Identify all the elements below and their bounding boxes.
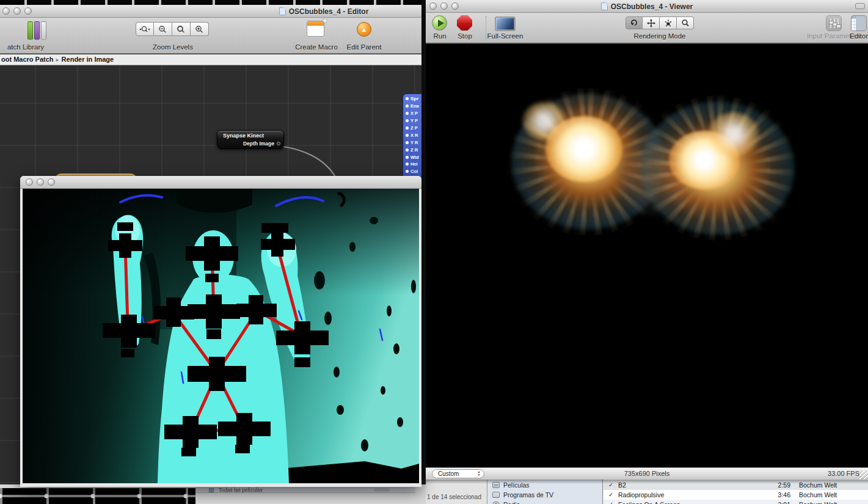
close-button[interactable] — [26, 178, 33, 186]
fps-readout: 33.00 FPS — [828, 470, 859, 477]
render-output-view — [426, 44, 868, 467]
track-row[interactable]: ✓ Feelings On A Screen 3:01 Bochum Welt — [604, 500, 868, 504]
sprite-port[interactable]: X R — [406, 131, 422, 139]
rendering-mode-control — [625, 16, 694, 29]
breadcrumb-separator: ▸ — [54, 56, 62, 63]
playlist-icon — [209, 488, 214, 492]
port-dot — [406, 134, 409, 137]
depth-image-scene — [23, 189, 419, 483]
screenshot-root: OSCbubbles_4 - Editor atch Library — [0, 0, 868, 504]
viewer-status-bar: Custom ▲▼ 735x690 Pixels 33.00 FPS — [426, 467, 868, 480]
stop-label[interactable]: Stop — [451, 32, 478, 40]
patch-library-label[interactable]: atch Library — [0, 43, 62, 51]
full-screen-icon[interactable] — [495, 16, 516, 31]
sprite-port[interactable]: Col — [406, 168, 422, 175]
track-row[interactable]: ✓ Radiopropulsive 3:46 Bochum Welt — [604, 490, 868, 500]
stop-icon[interactable] — [457, 15, 472, 31]
depth-image-port[interactable] — [277, 142, 280, 145]
port-dot — [406, 112, 409, 115]
sprite-port[interactable]: Hei — [406, 161, 422, 168]
resize-grip[interactable] — [859, 471, 868, 480]
pan-mode-button[interactable] — [643, 16, 660, 29]
breadcrumb-root[interactable]: oot Macro Patch — [1, 56, 54, 63]
viewer-toolbar: Run Stop Full-Screen — [426, 13, 868, 44]
create-macro-icon[interactable]: + — [307, 21, 324, 37]
depth-window-titlebar[interactable] — [20, 176, 421, 189]
filter-header-row[interactable]: Todas las películas — [195, 486, 415, 493]
tv-icon — [492, 492, 500, 498]
sprite-port[interactable]: Wid — [406, 153, 422, 161]
selection-status: 1 de 14 seleccionad — [377, 494, 481, 500]
zoom-out-button[interactable] — [154, 22, 172, 36]
zoom-levels-label: Zoom Levels — [136, 43, 210, 51]
sidebar-item-radio[interactable]: Radio — [487, 500, 602, 504]
filter-header-label: Todas las películas — [219, 487, 263, 494]
close-button[interactable] — [2, 7, 10, 15]
zoom-mode-button[interactable] — [677, 16, 694, 29]
particle-icon — [664, 19, 673, 27]
sprite-port[interactable]: X P — [406, 110, 422, 117]
trackball-mode-button[interactable] — [660, 16, 677, 29]
rotate-mode-button[interactable] — [625, 16, 643, 29]
zoom-actual-button[interactable] — [136, 22, 154, 36]
sprite-port[interactable]: Z R — [406, 146, 422, 153]
kinect-depth-window — [20, 176, 421, 487]
input-parameters-icon[interactable] — [826, 15, 842, 31]
magnifier-icon — [681, 19, 690, 27]
edit-parent-icon[interactable]: ▲ — [357, 22, 371, 37]
breadcrumb[interactable]: oot Macro Patch▸Render in Image — [0, 54, 422, 65]
editor-titlebar[interactable]: OSCbubbles_4 - Editor — [0, 5, 422, 18]
port-dot — [406, 97, 409, 100]
zoom-levels-control — [136, 22, 209, 36]
sprite-node-title-row: Spr — [406, 95, 422, 103]
document-icon — [279, 7, 286, 15]
checkmark-icon[interactable]: ✓ — [608, 491, 613, 498]
itunes-window-fragment: Películas Programas de TV Radio ✓ B2 2:5… — [426, 480, 868, 504]
zoom-button[interactable] — [48, 178, 55, 186]
full-screen-label[interactable]: Full-Screen — [484, 32, 526, 40]
explosion-core — [708, 112, 759, 156]
patch-library-icon[interactable] — [27, 21, 48, 40]
editor-icon[interactable] — [851, 15, 867, 31]
port-dot — [406, 163, 409, 166]
port-dot — [406, 119, 409, 122]
zoom-button[interactable] — [24, 7, 32, 15]
port-dot — [406, 126, 409, 130]
port-dot — [406, 104, 409, 108]
magnifier-plus-icon — [195, 25, 205, 34]
window-drop-shadow — [426, 480, 868, 484]
toolbar-toggle-widget[interactable] — [855, 3, 865, 9]
depth-image-port-label: Depth Image — [243, 141, 274, 147]
pixel-dimensions: 735x690 Pixels — [426, 470, 868, 477]
sprite-port[interactable]: Y R — [406, 139, 422, 146]
viewer-titlebar[interactable]: OSCbubbles_4 - Viewer — [426, 0, 868, 13]
magnifier-icon — [177, 25, 186, 34]
breadcrumb-current[interactable]: Render in Image — [62, 56, 114, 63]
create-macro-label[interactable]: Create Macro — [286, 43, 347, 51]
synapse-kinect-node[interactable]: Synapse Kinect Depth Image — [217, 130, 284, 149]
explosion-core — [522, 102, 566, 140]
zoom-fit-button[interactable] — [172, 22, 191, 36]
checkmark-icon[interactable]: ✓ — [608, 501, 613, 504]
run-label[interactable]: Run — [427, 32, 453, 40]
run-icon[interactable] — [432, 15, 447, 31]
rotate-icon — [630, 19, 638, 27]
desktop-grid-pattern — [0, 484, 195, 504]
rendering-mode-label: Rendering Mode — [625, 32, 694, 40]
sprite-port[interactable]: Y P — [406, 117, 422, 125]
port-dot — [406, 170, 409, 173]
sidebar-item-programas-tv[interactable]: Programas de TV — [487, 490, 602, 500]
move-icon — [647, 19, 655, 27]
sprite-port[interactable]: Z P — [406, 125, 422, 132]
port-dot — [406, 141, 409, 144]
minimize-button[interactable] — [37, 178, 44, 186]
edit-parent-label[interactable]: Edit Parent — [340, 43, 388, 51]
sprite-port[interactable]: Ena — [406, 103, 422, 110]
synapse-node-title: Synapse Kinect — [217, 131, 283, 139]
depth-image-view — [23, 189, 419, 483]
itunes-browser-fragment: Todas las películas 1 de 14 seleccionad — [195, 484, 426, 504]
minimize-button[interactable] — [13, 7, 21, 15]
zoom-in-button[interactable] — [191, 22, 209, 36]
port-dot — [406, 148, 409, 152]
editor-label[interactable]: Editor — [842, 32, 868, 40]
